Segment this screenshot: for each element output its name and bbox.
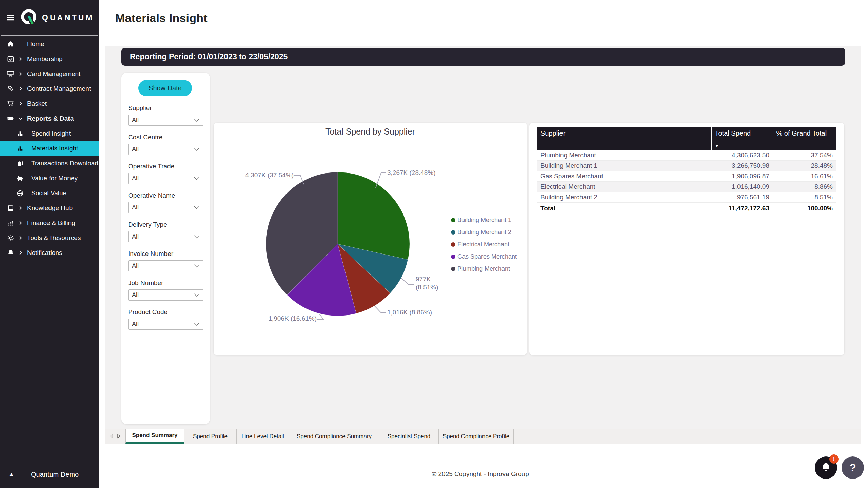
invoice-number-select[interactable]: All [128,260,203,271]
notifications-fab[interactable]: ! [815,456,837,479]
sidebar-item-finance-billing[interactable]: Finance & Billing [0,216,99,230]
help-fab[interactable]: ? [842,456,864,479]
selected-value: All [132,175,139,182]
collapse-icon: ▲ [8,471,17,478]
sidebar-item-contract-management[interactable]: Contract Management [0,81,99,96]
pie-callout-line [401,278,414,284]
table-row[interactable]: Electrical Merchant 1,016,140.09 8.86% [537,182,836,192]
app-window: QUANTUM Home Membership Card Management [0,0,868,488]
legend-label: Building Merchant 1 [457,217,511,224]
column-header-total-spend[interactable]: Total Spend ▼ [711,127,773,150]
paperclip-icon [6,85,15,93]
sidebar-item-tools-resources[interactable]: Tools & Resources [0,230,99,245]
sidebar-item-card-management[interactable]: Card Management [0,66,99,81]
sidebar-item-notifications[interactable]: Notifications [0,245,99,260]
product-code-select[interactable]: All [128,319,203,330]
column-header-supplier[interactable]: Supplier [537,127,711,150]
cell-pct: 16.61% [773,171,836,182]
chevron-right-icon [17,220,24,226]
folder-open-icon [6,115,15,122]
legend-item[interactable]: Gas Spares Merchant [451,253,517,260]
sidebar-item-knowledge-hub[interactable]: Knowledge Hub [0,201,99,216]
legend-item[interactable]: Plumbing Merchant [451,265,517,272]
tab-spend-compliance-summary[interactable]: Spend Compliance Summary [289,429,379,444]
bottom-strip: © 2025 Copyright - Inprova Group ! ? [99,444,868,488]
supplier-table-card: Supplier Total Spend ▼ % of Grand Total [529,123,844,355]
table-row[interactable]: Plumbing Merchant 4,306,623.50 37.54% [537,150,836,161]
notification-badge: ! [829,454,839,464]
tab-spend-compliance-profile[interactable]: Spend Compliance Profile [438,429,514,444]
filter-product-code: Product Code All [128,308,203,330]
selected-value: All [132,146,139,153]
table-total-row: Total 11,472,172.63 100.00% [537,203,836,214]
filter-operative-trade: Operative Trade All [128,163,203,184]
legend-item[interactable]: Building Merchant 2 [451,228,517,236]
account-switcher[interactable]: ▲ Quantum Demo [0,461,99,488]
cost-centre-select[interactable]: All [128,144,203,155]
cell-total-spend: 4,306,623.50 [711,150,773,161]
sidebar-item-reports-data[interactable]: Reports & Data [0,111,99,126]
sidebar-item-transactions-download[interactable]: Transactions Download [0,156,99,171]
tab-spend-summary[interactable]: Spend Summary [125,429,184,444]
sidebar-item-label: Transactions Download [31,160,98,167]
table-row[interactable]: Building Merchant 1 3,266,750.98 28.48% [537,161,836,171]
sidebar-item-social-value[interactable]: Social Value [0,186,99,201]
sidebar-item-basket[interactable]: Basket [0,96,99,111]
account-name: Quantum Demo [31,471,79,479]
job-number-select[interactable]: All [128,289,203,301]
menu-icon[interactable] [6,13,15,22]
tab-spend-profile[interactable]: Spend Profile [184,429,236,444]
piggy-bank-icon [16,175,24,182]
sidebar-item-label: Membership [27,55,63,63]
chevron-down-icon [194,206,200,210]
operative-trade-select[interactable]: All [128,173,203,184]
legend-swatch [451,230,455,235]
tab-prev-icon[interactable] [109,434,114,439]
main-area: Materials Insight Reporting Period: 01/0… [99,0,868,488]
chevron-down-icon [194,293,200,297]
tab-next-icon[interactable] [117,434,121,439]
operative-name-select[interactable]: All [128,202,203,213]
cell-pct: 8.51% [773,192,836,203]
supplier-table: Supplier Total Spend ▼ % of Grand Total [537,127,836,214]
legend-swatch [451,218,455,222]
sidebar-item-spend-insight[interactable]: Spend Insight [0,126,99,141]
supplier-select[interactable]: All [128,115,203,126]
tab-line-level-detail[interactable]: Line Level Detail [236,429,289,444]
legend-item[interactable]: Electrical Merchant [451,241,517,248]
sidebar-item-membership[interactable]: Membership [0,52,99,66]
bell-icon [820,462,832,473]
cell-supplier: Gas Spares Merchant [537,171,711,182]
book-icon [6,204,15,212]
sidebar-item-label: Materials Insight [31,145,78,152]
pie-callout-line [375,306,386,313]
filter-invoice-number: Invoice Number All [128,250,203,271]
table-row[interactable]: Gas Spares Merchant 1,906,096.87 16.61% [537,171,836,182]
selected-value: All [132,262,139,269]
bar-chart-icon [16,130,24,137]
delivery-type-select[interactable]: All [128,231,203,242]
filter-operative-name: Operative Name All [128,192,203,213]
report-tab-bar: Spend Summary Spend Profile Line Level D… [105,429,861,444]
sidebar-item-materials-insight[interactable]: Materials Insight [0,141,99,156]
block-chart-icon [6,219,15,227]
legend-label: Gas Spares Merchant [457,253,517,260]
chevron-right-icon [17,41,24,47]
filter-label: Product Code [128,308,203,316]
legend-item[interactable]: Building Merchant 1 [451,216,517,224]
sidebar-item-label: Basket [27,100,47,107]
sidebar-item-value-for-money[interactable]: Value for Money [0,171,99,186]
legend-label: Plumbing Merchant [457,265,510,272]
column-header-pct-grand-total[interactable]: % of Grand Total [773,127,836,150]
tab-nav-arrows [105,429,125,444]
filter-cost-centre: Cost Centre All [128,134,203,155]
legend-swatch [451,255,455,259]
cell-supplier: Plumbing Merchant [537,150,711,161]
show-date-button[interactable]: Show Date [138,80,192,96]
sidebar-item-home[interactable]: Home [0,37,99,52]
brand-name: QUANTUM [42,13,94,22]
table-row[interactable]: Building Merchant 2 976,561.19 8.51% [537,192,836,203]
chevron-down-icon [194,118,200,122]
cart-icon [6,100,15,107]
tab-specialist-spend[interactable]: Specialist Spend [379,429,438,444]
